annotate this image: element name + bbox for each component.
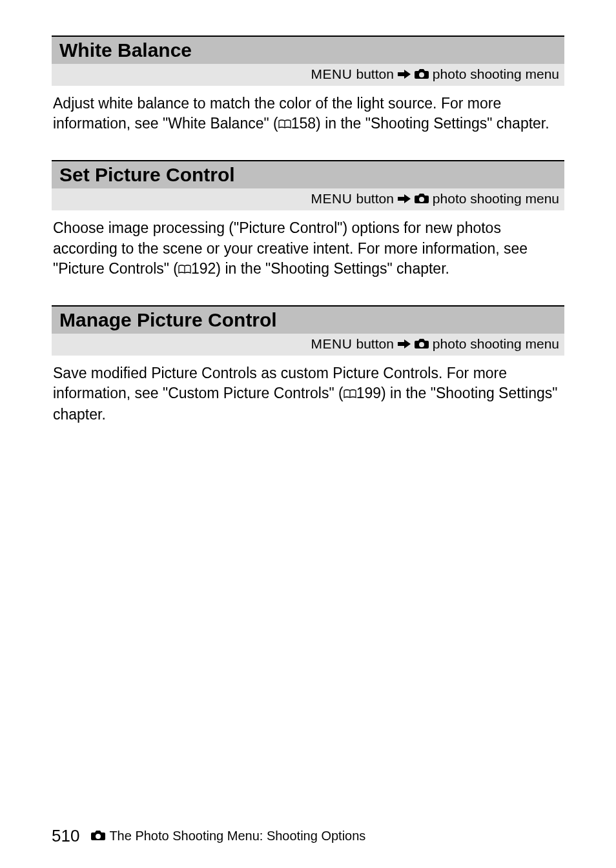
camera-icon [415, 66, 429, 82]
breadcrumb-target: photo shooting menu [433, 191, 559, 207]
section-header: Manage Picture Control MENU button photo… [52, 305, 564, 356]
section-body: Choose image processing ("Picture Contro… [52, 210, 564, 279]
section-manage-picture-control: Manage Picture Control MENU button photo… [52, 305, 564, 425]
book-icon [278, 114, 291, 134]
section-body: Adjust white balance to match the color … [52, 86, 564, 134]
section-header: White Balance MENU button photo shooting… [52, 35, 564, 86]
button-text: button [356, 66, 393, 82]
arrow-icon [398, 194, 411, 204]
section-white-balance: White Balance MENU button photo shooting… [52, 35, 564, 134]
menu-label: MENU [311, 191, 353, 207]
section-title: Manage Picture Control [52, 307, 564, 334]
page-footer: 510 The Photo Shooting Menu: Shooting Op… [52, 826, 365, 846]
footer-text: The Photo Shooting Menu: Shooting Option… [91, 829, 365, 843]
book-icon [344, 384, 356, 404]
menu-label: MENU [311, 66, 353, 82]
arrow-icon [398, 69, 411, 79]
button-text: button [356, 336, 393, 352]
section-header: Set Picture Control MENU button photo sh… [52, 160, 564, 210]
camera-icon [415, 336, 429, 352]
breadcrumb-target: photo shooting menu [433, 336, 559, 352]
arrow-icon [398, 339, 411, 349]
breadcrumb: MENU button photo shooting menu [52, 64, 564, 86]
footer-label: The Photo Shooting Menu: Shooting Option… [109, 829, 365, 843]
breadcrumb: MENU button photo shooting menu [52, 188, 564, 210]
section-title: White Balance [52, 37, 564, 64]
section-set-picture-control: Set Picture Control MENU button photo sh… [52, 160, 564, 279]
camera-icon [415, 191, 429, 207]
section-body: Save modified Picture Controls as custom… [52, 356, 564, 425]
camera-icon [91, 829, 105, 843]
book-icon [178, 259, 191, 279]
breadcrumb: MENU button photo shooting menu [52, 334, 564, 356]
section-title: Set Picture Control [52, 161, 564, 188]
body-ref: 158) in the "Shooting Settings" chapter. [291, 115, 549, 132]
breadcrumb-target: photo shooting menu [433, 66, 559, 82]
button-text: button [356, 191, 393, 207]
body-ref: 192) in the "Shooting Settings" chapter. [191, 260, 449, 277]
page-number: 510 [52, 826, 79, 846]
menu-label: MENU [311, 336, 353, 352]
